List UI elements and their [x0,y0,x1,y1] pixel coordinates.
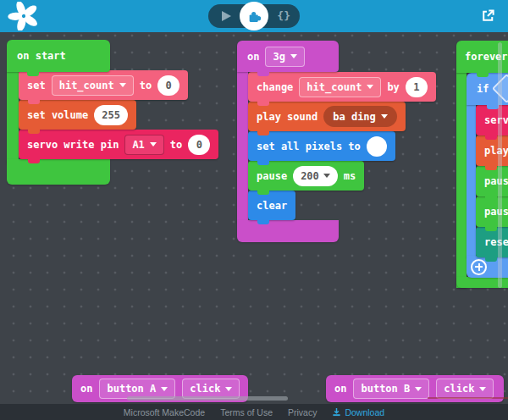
on-gesture-bottom[interactable] [237,220,339,242]
on-gesture-block[interactable]: on 3g [237,41,339,72]
editor-mode-toggle: {} [208,4,300,28]
play-simulator-button[interactable] [222,11,231,21]
block-label: set volume [27,109,88,121]
block-label: to [140,80,152,91]
servo-block[interactable]: servo [476,105,508,135]
footer-link-terms[interactable]: Terms of Use [220,407,273,417]
blocks-tab[interactable] [240,2,268,30]
block-label: set [27,80,46,91]
color-picker-white[interactable] [367,136,387,157]
pause-block[interactable]: pause [476,166,508,196]
dropdown-caret-icon [381,114,388,119]
set-all-pixels-block[interactable]: set all pixels to [248,131,395,161]
download-icon [332,407,341,417]
dropdown-caret-icon [479,387,486,391]
variable-dropdown[interactable]: hit_count [52,75,134,96]
play-sound-block[interactable]: play sound ba ding [248,102,406,131]
adafruit-logo-icon[interactable] [8,2,40,30]
block-label: to [170,139,182,151]
set-value-input[interactable]: 0 [157,75,179,96]
change-variable-block[interactable]: change hit_count by 1 [248,72,436,102]
reset-block[interactable]: reset [476,227,508,257]
add-condition-button[interactable] [471,259,487,275]
makecode-editor: { "header": { "js_toggle_label": "{}", "… [0,0,508,420]
dropdown-caret-icon [150,142,157,146]
dropdown-caret-icon [290,54,297,58]
volume-value-input[interactable]: 255 [94,105,128,125]
set-volume-block[interactable]: set volume 255 [19,100,136,130]
if-spine[interactable] [467,105,476,257]
dropdown-caret-icon [225,387,232,391]
vertical-scrollbar[interactable] [498,42,502,288]
block-label: servo write pin [27,139,119,151]
play-block[interactable]: play [476,135,508,166]
footer-link-privacy[interactable]: Privacy [288,407,317,417]
dropdown-caret-icon [161,387,168,391]
variable-dropdown[interactable]: hit_count [299,77,381,97]
top-toolbar: {} [0,0,508,32]
set-variable-block[interactable]: set hit_count to 0 [19,70,188,100]
servo-write-pin-block[interactable]: servo write pin A1 to 0 [19,130,218,159]
gesture-dropdown[interactable]: 3g [265,47,304,67]
on-start-spine[interactable] [7,72,19,163]
pause-block[interactable]: pause [476,196,508,227]
open-external-icon[interactable] [480,8,496,24]
on-gesture-spine[interactable] [237,72,248,222]
forever-spine[interactable] [456,73,467,288]
button-dropdown[interactable]: button B [353,379,429,399]
footer-bar: Microsoft MakeCode Terms of Use Privacy … [0,404,508,420]
sound-dropdown[interactable]: ba ding [323,106,397,127]
download-link[interactable]: Download [332,407,384,417]
event-dropdown[interactable]: click [436,379,494,399]
dropdown-caret-icon [367,85,373,89]
footer-link-makecode[interactable]: Microsoft MakeCode [124,407,205,417]
pause-block[interactable]: pause 200 ms [248,161,364,191]
puzzle-piece-icon [247,9,262,24]
clear-block[interactable]: clear [248,191,295,220]
horizontal-scrollbar[interactable] [127,396,288,401]
on-start-block[interactable]: on start [7,40,110,72]
change-value-input[interactable]: 1 [406,77,428,97]
dropdown-caret-icon [323,174,330,178]
pin-dropdown[interactable]: A1 [124,135,163,155]
on-start-bottom[interactable] [7,159,110,185]
pause-duration-dropdown[interactable]: 200 [293,166,338,186]
block-workspace[interactable]: servo write pin A1 to 0 set volume 255 s… [0,32,508,404]
servo-value-input[interactable]: 0 [188,135,210,155]
workspace-edge-line [428,397,508,399]
dropdown-caret-icon [119,83,126,87]
dropdown-caret-icon [415,387,422,391]
javascript-tab[interactable]: {} [277,9,290,22]
